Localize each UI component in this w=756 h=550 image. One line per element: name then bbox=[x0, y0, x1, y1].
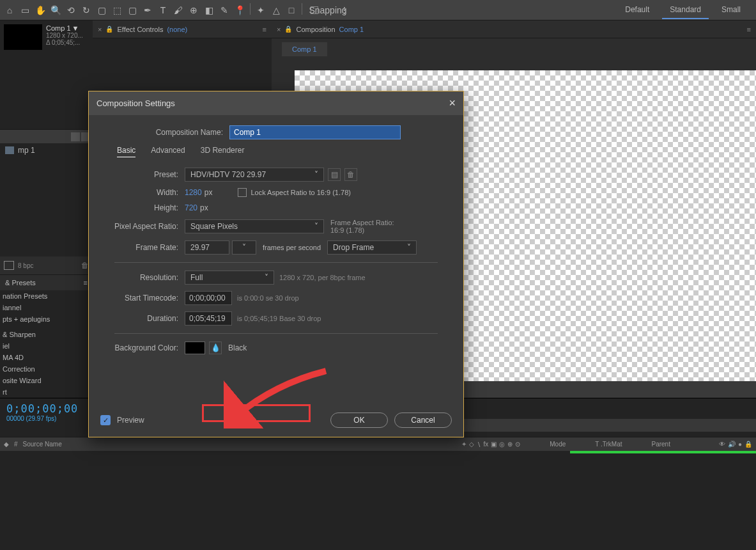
eyedropper-icon[interactable]: 💧 bbox=[209, 342, 222, 354]
preset-folder[interactable]: & Sharpen bbox=[0, 329, 93, 340]
work-area-bar[interactable] bbox=[570, 451, 756, 453]
cancel-button[interactable]: Cancel bbox=[394, 412, 452, 428]
home-icon[interactable]: ⌂ bbox=[3, 3, 17, 17]
preset-folder[interactable]: Correction bbox=[0, 363, 93, 375]
bg-color-swatch[interactable] bbox=[185, 342, 205, 354]
snapping-flyout-icon[interactable]: ⋮ bbox=[337, 3, 351, 17]
dropdown-icon[interactable]: ▼ bbox=[72, 24, 79, 32]
fps-value-field[interactable]: 29.97 bbox=[185, 240, 229, 255]
selection-tool-icon[interactable]: ▭ bbox=[18, 3, 32, 17]
preset-dropdown[interactable]: HDV/HDTV 720 29.97 ˅ bbox=[185, 168, 324, 182]
switches-icon[interactable]: ∖ bbox=[477, 441, 481, 448]
lock-icon[interactable]: 🔒 bbox=[105, 26, 113, 33]
switches-icon[interactable]: ✦ bbox=[461, 441, 467, 448]
chevron-down-icon: ˅ bbox=[314, 222, 318, 231]
preset-folder[interactable]: rt bbox=[0, 386, 93, 398]
preview-checkbox[interactable]: ✓ bbox=[100, 415, 111, 425]
stamp-tool-icon[interactable]: ⊕ bbox=[187, 3, 201, 17]
close-panel-icon[interactable]: × bbox=[277, 26, 281, 33]
comp-dims-label: 1280 x 720... bbox=[46, 32, 83, 39]
comp-name-input[interactable] bbox=[229, 125, 401, 139]
switches-icon[interactable]: ⊕ bbox=[507, 441, 513, 448]
bpc-label[interactable]: 8 bpc bbox=[18, 262, 33, 269]
puppet-tool-icon[interactable]: 📍 bbox=[233, 3, 247, 17]
interpret-icon[interactable] bbox=[4, 261, 14, 270]
workspace-standard[interactable]: Standard bbox=[662, 1, 709, 19]
eraser-tool-icon[interactable]: ◧ bbox=[202, 3, 216, 17]
switches-icon[interactable]: ⊙ bbox=[515, 441, 520, 448]
av-col-icon[interactable]: ◆ bbox=[4, 441, 9, 448]
switches-icon[interactable]: ◇ bbox=[469, 441, 474, 448]
camera-tool-icon[interactable]: ▢ bbox=[95, 3, 109, 17]
start-timecode-input[interactable]: 0;00;00;00 bbox=[185, 291, 232, 305]
panel-menu-icon[interactable]: ≡ bbox=[263, 26, 266, 33]
rotate-tool-icon[interactable]: ↻ bbox=[79, 3, 93, 17]
workspace-small[interactable]: Small bbox=[714, 1, 748, 19]
save-preset-icon[interactable]: ▤ bbox=[328, 168, 341, 181]
height-value[interactable]: 720 bbox=[185, 203, 197, 212]
resolution-dropdown[interactable]: Full ˅ bbox=[185, 271, 274, 285]
duration-input[interactable]: 0;05;45;19 bbox=[185, 311, 232, 326]
lock-icon[interactable]: 🔒 bbox=[744, 441, 752, 448]
pan-behind-icon[interactable]: ⬚ bbox=[110, 3, 124, 17]
local-axis-icon[interactable]: ✦ bbox=[254, 3, 268, 17]
par-label: Pixel Aspect Ratio: bbox=[102, 222, 185, 231]
hand-tool-icon[interactable]: ✋ bbox=[33, 3, 47, 17]
solo-icon[interactable]: ● bbox=[738, 441, 742, 448]
source-name-col[interactable]: Source Name bbox=[23, 441, 62, 448]
preset-folder[interactable]: MA 4D bbox=[0, 352, 93, 363]
roto-tool-icon[interactable]: ✎ bbox=[217, 3, 231, 17]
effect-controls-header: × 🔒 Effect Controls (none) ≡ bbox=[93, 20, 272, 38]
brush-tool-icon[interactable]: 🖌 bbox=[171, 3, 185, 17]
eye-icon[interactable]: 👁 bbox=[719, 441, 725, 448]
panel-menu-icon[interactable]: ≡ bbox=[747, 26, 751, 33]
tab-advanced[interactable]: Advanced bbox=[151, 146, 185, 157]
resolution-note: 1280 x 720, per 8bpc frame bbox=[279, 274, 366, 281]
drop-frame-value: Drop Frame bbox=[333, 243, 374, 252]
project-item-row[interactable]: mp 1 bbox=[0, 143, 93, 157]
trkmat-col[interactable]: T .TrkMat bbox=[595, 441, 622, 448]
delete-preset-icon[interactable]: 🗑 bbox=[344, 168, 357, 181]
parent-col[interactable]: Parent bbox=[651, 441, 670, 448]
mode-col[interactable]: Mode bbox=[550, 441, 566, 448]
fps-dropdown-icon[interactable]: ˅ bbox=[232, 240, 256, 255]
view-axis-icon[interactable]: □ bbox=[284, 3, 298, 17]
lock-icon[interactable]: 🔒 bbox=[284, 26, 292, 33]
bg-color-label: Background Color: bbox=[102, 343, 185, 352]
label-col-icon[interactable] bbox=[71, 132, 80, 141]
preset-folder[interactable]: iannel bbox=[0, 302, 93, 313]
timeline-tracks[interactable] bbox=[0, 451, 756, 528]
dialog-titlebar[interactable]: Composition Settings × bbox=[89, 91, 463, 115]
type-tool-icon[interactable]: T bbox=[156, 3, 170, 17]
orbit-tool-icon[interactable]: ⟲ bbox=[64, 3, 78, 17]
mask-tool-icon[interactable]: ▢ bbox=[125, 3, 139, 17]
ok-button[interactable]: OK bbox=[330, 412, 388, 428]
pen-tool-icon[interactable]: ✒ bbox=[141, 3, 155, 17]
tab-basic[interactable]: Basic bbox=[117, 146, 135, 157]
workspace-default[interactable]: Default bbox=[617, 1, 657, 19]
comp-thumbnail[interactable] bbox=[4, 24, 42, 50]
preset-folder[interactable]: osite Wizard bbox=[0, 375, 93, 386]
preset-folder[interactable]: nation Presets bbox=[0, 290, 93, 302]
switches-icon[interactable]: ▣ bbox=[491, 441, 497, 448]
comp-viewer-tab[interactable]: Comp 1 bbox=[282, 42, 327, 56]
workspace-switcher: Default Standard Small bbox=[617, 1, 753, 19]
switches-icon[interactable]: ◎ bbox=[499, 441, 505, 448]
world-axis-icon[interactable]: △ bbox=[269, 3, 283, 17]
close-dialog-icon[interactable]: × bbox=[449, 97, 456, 110]
width-value[interactable]: 1280 bbox=[185, 188, 202, 197]
speaker-icon[interactable]: 🔊 bbox=[728, 441, 736, 448]
preset-folder[interactable]: pts + aeplugins bbox=[0, 313, 93, 325]
composition-settings-dialog: Composition Settings × Composition Name:… bbox=[88, 91, 464, 437]
snapping-toggle[interactable]: Snapping ⋮ bbox=[305, 3, 357, 17]
lock-aspect-checkbox[interactable] bbox=[238, 188, 247, 197]
zoom-tool-icon[interactable]: 🔍 bbox=[49, 3, 63, 17]
fx-col-icon[interactable]: fx bbox=[483, 441, 488, 448]
preset-folder[interactable]: iel bbox=[0, 340, 93, 352]
drop-frame-dropdown[interactable]: Drop Frame ˅ bbox=[327, 240, 417, 255]
par-dropdown[interactable]: Square Pixels ˅ bbox=[185, 219, 324, 233]
close-panel-icon[interactable]: × bbox=[98, 26, 102, 33]
panel-menu-icon[interactable]: ≡ bbox=[84, 279, 88, 287]
preset-value: HDV/HDTV 720 29.97 bbox=[190, 170, 266, 179]
tab-3d-renderer[interactable]: 3D Renderer bbox=[201, 146, 245, 157]
